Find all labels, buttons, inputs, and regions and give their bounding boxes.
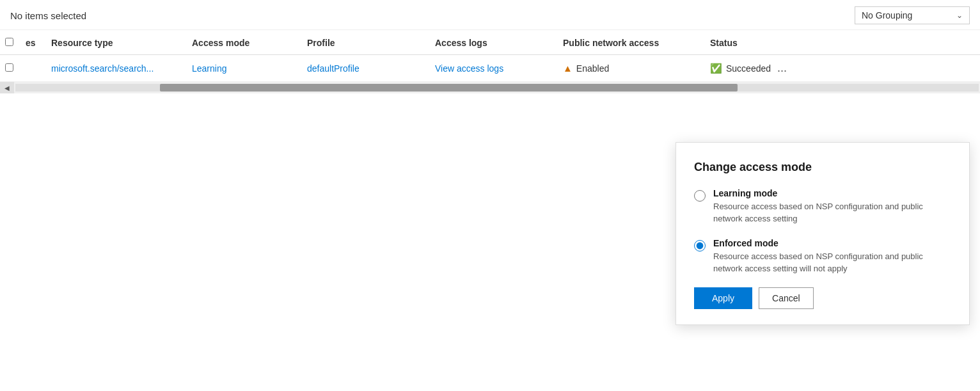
top-bar: No items selected No Grouping ⌄ — [0, 0, 980, 30]
row-access-mode[interactable]: Learning — [187, 63, 302, 74]
status-succeeded: ✅ Succeeded ... — [710, 61, 833, 75]
change-access-mode-popover: Change access mode Learning mode Resourc… — [676, 142, 970, 325]
learning-mode-label-block: Learning mode Resource access based on N… — [713, 188, 951, 225]
enforced-mode-label-block: Enforced mode Resource access based on N… — [713, 238, 951, 275]
chevron-down-icon: ⌄ — [956, 11, 963, 20]
enforced-mode-option[interactable]: Enforced mode Resource access based on N… — [694, 238, 951, 275]
warning-icon: ▲ — [563, 63, 573, 74]
access-logs-link[interactable]: View access logs — [435, 63, 503, 74]
resource-type-link[interactable]: microsoft.search/search... — [51, 63, 154, 74]
success-icon: ✅ — [710, 63, 722, 74]
header-checkbox-col — [0, 38, 23, 48]
popover-title: Change access mode — [694, 161, 951, 174]
scroll-track[interactable] — [15, 84, 979, 92]
header-es-col: es — [23, 38, 46, 48]
scroll-thumb[interactable] — [160, 84, 738, 92]
grouping-dropdown[interactable]: No Grouping ⌄ — [855, 6, 970, 24]
learning-mode-description: Resource access based on NSP configurati… — [713, 202, 923, 223]
row-profile[interactable]: defaultProfile — [302, 63, 430, 74]
row-checkbox-col — [0, 63, 23, 74]
apply-button[interactable]: Apply — [694, 287, 752, 309]
header-public-network: Public network access — [558, 38, 705, 48]
header-status: Status — [705, 38, 833, 48]
public-network-label: Enabled — [576, 63, 609, 74]
enforced-mode-radio[interactable] — [694, 240, 706, 251]
learning-mode-option[interactable]: Learning mode Resource access based on N… — [694, 188, 951, 225]
learning-mode-radio[interactable] — [694, 190, 706, 202]
scroll-left-button[interactable]: ◀ — [0, 82, 14, 93]
public-network-status: ▲ Enabled — [563, 63, 705, 74]
row-checkbox[interactable] — [5, 63, 13, 72]
row-access-logs[interactable]: View access logs — [430, 63, 558, 74]
grouping-label: No Grouping — [862, 10, 912, 20]
row-resource-type[interactable]: microsoft.search/search... — [46, 63, 187, 74]
more-options-icon[interactable]: ... — [777, 61, 787, 75]
table-header: es Resource type Access mode Profile Acc… — [0, 30, 980, 55]
enforced-mode-label: Enforced mode — [713, 238, 951, 248]
select-all-checkbox[interactable] — [5, 38, 13, 46]
access-mode-link[interactable]: Learning — [192, 63, 227, 74]
horizontal-scrollbar[interactable]: ◀ — [0, 82, 980, 93]
learning-mode-label: Learning mode — [713, 188, 951, 198]
header-profile: Profile — [302, 38, 430, 48]
header-access-mode: Access mode — [187, 38, 302, 48]
profile-link[interactable]: defaultProfile — [307, 63, 360, 74]
status-label: Succeeded — [726, 63, 771, 74]
row-status: ✅ Succeeded ... — [705, 61, 833, 75]
popover-actions: Apply Cancel — [694, 287, 951, 309]
no-items-label: No items selected — [10, 10, 86, 21]
table-row: microsoft.search/search... Learning defa… — [0, 55, 980, 82]
enforced-mode-description: Resource access based on NSP configurati… — [713, 251, 923, 273]
cancel-button[interactable]: Cancel — [759, 287, 814, 309]
header-resource-type: Resource type — [46, 38, 187, 48]
row-public-network: ▲ Enabled — [558, 63, 705, 74]
header-access-logs: Access logs — [430, 38, 558, 48]
